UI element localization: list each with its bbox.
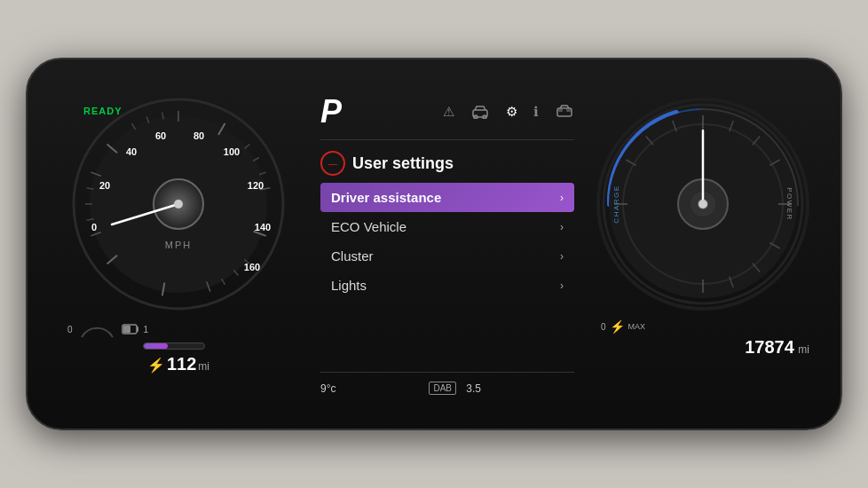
power-gauge-svg: CHARGE POWER — [592, 93, 814, 315]
svg-rect-44 — [558, 109, 563, 112]
radio-value: 3.5 — [466, 382, 481, 395]
dashboard: READY — [26, 58, 842, 430]
fuel-fill — [144, 343, 168, 349]
svg-rect-38 — [137, 327, 138, 332]
menu-arrow-icon: › — [560, 221, 564, 233]
speedometer: READY — [54, 93, 303, 395]
svg-text:80: 80 — [193, 130, 204, 141]
menu-arrow-icon: › — [560, 279, 564, 292]
menu-item-driver-assistance[interactable]: Driver assistance › — [320, 183, 574, 212]
menu-item-lights[interactable]: Lights › — [320, 271, 574, 300]
dab-icon: DAB — [429, 382, 456, 395]
ready-label: READY — [83, 106, 122, 116]
zero-label: 0 — [67, 325, 73, 335]
svg-text:160: 160 — [244, 262, 260, 272]
warning-icon: ⚠ — [443, 104, 454, 120]
menu-arrow-icon: › — [560, 192, 564, 204]
menu-arrow-icon: › — [560, 250, 564, 263]
menu-item-label: Lights — [331, 278, 367, 293]
car-icon — [555, 105, 574, 119]
menu-item-eco-vehicle[interactable]: ECO Vehicle › — [320, 212, 574, 241]
menu-area: — User settings Driver assistance › ECO … — [320, 140, 574, 372]
range-value: 112 — [167, 354, 196, 374]
svg-point-69 — [698, 200, 707, 209]
power-gauge: CHARGE POWER 0 ⚡ MAX 17874 m — [592, 93, 814, 395]
svg-text:POWER: POWER — [785, 187, 793, 221]
car-front-icon — [470, 105, 490, 119]
svg-text:100: 100 — [224, 146, 240, 157]
top-icons: ⚠ ⚙ ℹ — [443, 104, 574, 120]
radio-display: DAB 3.5 — [429, 382, 481, 395]
temperature: 9°c — [320, 382, 335, 395]
top-bar: P ⚠ ⚙ ℹ — [320, 93, 574, 140]
lightning-icon: ⚡ — [610, 319, 625, 334]
menu-item-cluster[interactable]: Cluster › — [320, 241, 574, 271]
speedometer-svg: 0 20 40 60 80 100 120 140 160 MPH — [67, 93, 289, 315]
svg-text:MPH: MPH — [165, 240, 192, 250]
settings-icon: ⚙ — [506, 104, 517, 120]
back-button-row: — User settings — [320, 151, 574, 176]
svg-text:0: 0 — [91, 222, 97, 232]
fuel-bar — [143, 342, 205, 350]
svg-rect-39 — [123, 326, 130, 333]
svg-text:120: 120 — [248, 180, 264, 191]
odometer-unit: mi — [798, 343, 809, 356]
svg-text:60: 60 — [155, 130, 166, 141]
gear-indicator: P — [320, 93, 342, 130]
odometer: 17874 — [745, 337, 794, 357]
menu-title: User settings — [352, 154, 454, 173]
svg-rect-45 — [566, 109, 571, 112]
menu-item-label: ECO Vehicle — [331, 219, 406, 234]
back-icon: — — [328, 159, 337, 169]
center-panel: P ⚠ ⚙ ℹ — [303, 93, 592, 395]
svg-text:40: 40 — [126, 146, 137, 157]
menu-item-label: Cluster — [331, 248, 374, 264]
menu-list: Driver assistance › ECO Vehicle › Cluste… — [320, 183, 574, 300]
range-unit: mi — [198, 360, 209, 373]
svg-point-36 — [174, 200, 183, 209]
svg-text:20: 20 — [99, 180, 110, 191]
range-icon: ⚡ — [147, 357, 165, 374]
power-zero-label: 0 — [601, 322, 606, 332]
svg-text:CHARGE: CHARGE — [612, 185, 620, 223]
back-button[interactable]: — — [320, 151, 345, 176]
battery-icon — [122, 322, 139, 336]
info-icon: ℹ — [533, 104, 539, 120]
one-label: 1 — [144, 325, 149, 335]
status-bar: 9°c DAB 3.5 — [320, 372, 574, 395]
svg-text:140: 140 — [255, 222, 271, 232]
range-display: ⚡ 112 mi — [147, 354, 209, 374]
menu-item-label: Driver assistance — [331, 190, 441, 205]
mini-gauge-left — [77, 319, 117, 339]
max-label: MAX — [628, 322, 646, 331]
